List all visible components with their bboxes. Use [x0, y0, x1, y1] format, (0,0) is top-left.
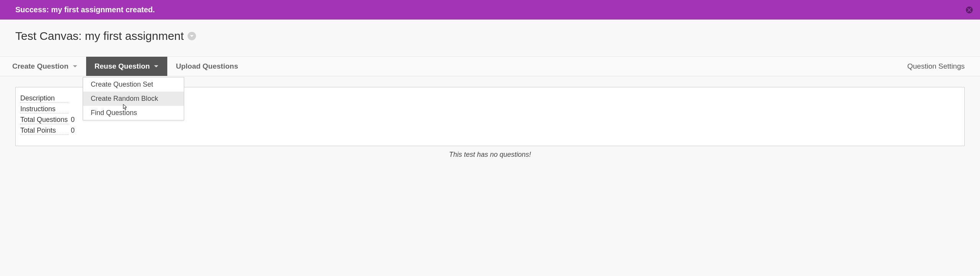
meta-value-total-points: 0 [71, 127, 75, 135]
meta-value-total-questions: 0 [71, 116, 75, 124]
reuse-question-label: Reuse Question [95, 62, 150, 71]
meta-label-total-points: Total Points [20, 127, 69, 135]
meta-label-total-questions: Total Questions [20, 116, 69, 124]
upload-questions-label: Upload Questions [176, 62, 238, 71]
success-banner-text: Success: my first assignment created. [15, 5, 155, 14]
question-settings-link[interactable]: Question Settings [907, 62, 965, 71]
chevron-down-icon [72, 64, 78, 69]
page-title: Test Canvas: my first assignment [15, 30, 184, 43]
success-banner: Success: my first assignment created. [0, 0, 980, 20]
chevron-down-icon [154, 64, 159, 69]
chevron-down-icon[interactable] [188, 32, 196, 40]
close-icon[interactable] [965, 6, 973, 14]
toolbar: Create Question Reuse Question Upload Qu… [0, 56, 980, 76]
create-question-label: Create Question [12, 62, 69, 71]
page-header: Test Canvas: my first assignment [0, 20, 980, 56]
reuse-question-button[interactable]: Reuse Question [86, 57, 168, 76]
reuse-question-dropdown: Create Question Set Create Random Block … [83, 77, 184, 120]
meta-label-description: Description [20, 94, 69, 103]
empty-message: This test has no questions! [15, 151, 965, 159]
dropdown-item-find-questions[interactable]: Find Questions [83, 106, 184, 120]
meta-label-instructions: Instructions [20, 105, 69, 113]
meta-value-description [71, 94, 75, 103]
upload-questions-button[interactable]: Upload Questions [167, 57, 247, 76]
meta-value-instructions [71, 105, 75, 113]
dropdown-item-create-question-set[interactable]: Create Question Set [83, 77, 184, 92]
dropdown-item-create-random-block[interactable]: Create Random Block [83, 92, 184, 106]
create-question-button[interactable]: Create Question [4, 57, 86, 76]
